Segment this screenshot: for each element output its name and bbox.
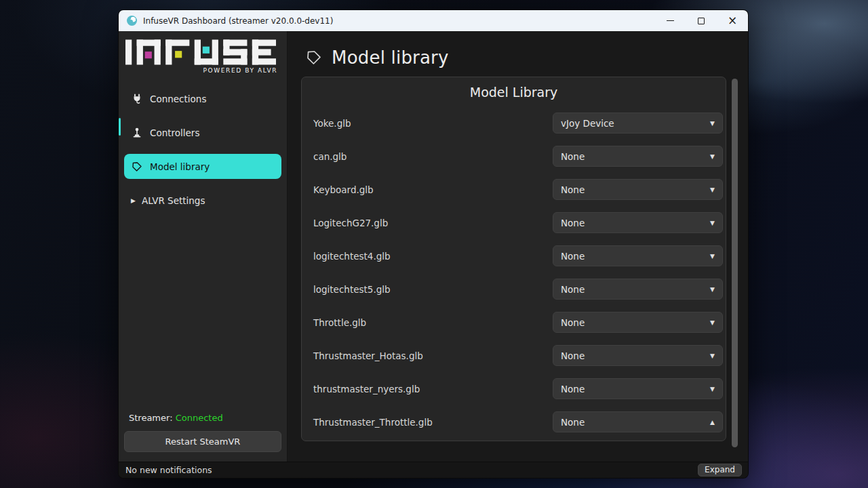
dropdown-arrow-icon: ▼: [710, 319, 715, 326]
notification-message: No new notifications: [125, 465, 212, 475]
model-row: thrustmaster_nyers.glb None ▼: [302, 378, 726, 399]
model-name: logitechtest4.glb: [313, 251, 391, 262]
streamer-status-value: Connected: [176, 413, 223, 423]
app-icon: [127, 16, 137, 26]
dropdown-value: None: [561, 417, 585, 428]
tag-icon: [131, 161, 142, 172]
close-icon: ×: [728, 15, 737, 26]
model-row: Keyboard.glb None ▼: [302, 179, 726, 200]
sidebar-item-label: Model library: [150, 161, 210, 172]
dropdown-value: None: [561, 184, 585, 195]
vertical-scrollbar[interactable]: [732, 79, 738, 447]
notification-bar: No new notifications Expand: [119, 462, 748, 478]
model-row: can.glb None ▼: [302, 146, 726, 167]
maximize-button[interactable]: [686, 10, 717, 31]
dropdown-value: None: [561, 350, 585, 361]
app-window: InfuseVR Dashboard (streamer v20.0.0-dev…: [118, 9, 749, 479]
streamer-status-label: Streamer:: [129, 413, 173, 423]
model-row: logitechtest5.glb None ▼: [302, 279, 726, 300]
sidebar-nav: Connections Controllers: [119, 86, 287, 222]
sidebar: POWERED BY ALVR Connections: [119, 31, 288, 462]
model-name: Thrustmaster_Hotas.glb: [313, 350, 423, 361]
model-dropdown[interactable]: None ▼: [553, 312, 723, 333]
close-button[interactable]: ×: [717, 10, 748, 31]
model-dropdown[interactable]: None ▼: [553, 245, 723, 266]
tag-icon: [306, 49, 322, 66]
maximize-icon: [698, 18, 705, 24]
chevron-right-icon: ▶: [131, 197, 136, 204]
page-title: Model library: [332, 47, 449, 68]
model-name: Thrustmaster_Throttle.glb: [313, 417, 433, 428]
dropdown-arrow-icon: ▼: [710, 186, 715, 193]
sidebar-item-model-library[interactable]: Model library: [124, 154, 281, 179]
model-row: Thrustmaster_Hotas.glb None ▼: [302, 345, 726, 366]
joystick-icon: [131, 127, 142, 138]
model-dropdown[interactable]: None ▼: [553, 212, 723, 233]
model-dropdown[interactable]: None ▼: [553, 345, 723, 366]
main-content: Model library Model Library Yoke.glb vJo…: [288, 31, 748, 462]
model-row: Yoke.glb vJoy Device ▼: [302, 113, 726, 134]
model-name: can.glb: [313, 151, 347, 162]
dropdown-arrow-icon: ▼: [710, 352, 715, 359]
window-controls: ×: [654, 10, 748, 31]
model-name: Throttle.glb: [313, 317, 366, 328]
model-dropdown[interactable]: None ▼: [553, 378, 723, 399]
logo-tagline: POWERED BY ALVR: [125, 67, 277, 74]
model-dropdown[interactable]: None ▲: [553, 411, 723, 432]
page-header: Model library: [288, 31, 748, 68]
panel-title: Model Library: [302, 77, 726, 100]
dropdown-value: None: [561, 151, 585, 162]
model-name: Yoke.glb: [313, 118, 351, 129]
streamer-status: Streamer: Connected: [129, 413, 277, 423]
minimize-button[interactable]: [654, 10, 686, 31]
expand-button[interactable]: Expand: [698, 464, 742, 476]
model-name: Keyboard.glb: [313, 184, 374, 195]
sidebar-item-controllers[interactable]: Controllers: [124, 120, 281, 145]
sidebar-item-label: Connections: [150, 94, 206, 104]
dropdown-arrow-icon: ▼: [710, 286, 715, 293]
dropdown-arrow-icon: ▲: [710, 419, 715, 426]
plug-icon: [131, 93, 142, 104]
model-dropdown[interactable]: None ▼: [553, 279, 723, 300]
model-rows: Yoke.glb vJoy Device ▼ can.glb None ▼ Ke…: [302, 113, 726, 432]
model-dropdown[interactable]: None ▼: [553, 179, 723, 200]
dropdown-arrow-icon: ▼: [710, 386, 715, 392]
dropdown-value: None: [561, 317, 585, 328]
dropdown-arrow-icon: ▼: [710, 120, 715, 127]
dropdown-arrow-icon: ▼: [710, 153, 715, 160]
model-name: logitechtest5.glb: [313, 284, 391, 295]
sidebar-scroll-indicator: [119, 118, 121, 136]
titlebar: InfuseVR Dashboard (streamer v20.0.0-dev…: [119, 10, 748, 31]
dropdown-value: None: [561, 251, 585, 262]
sidebar-item-label: Controllers: [150, 127, 199, 138]
sidebar-item-alvr-settings[interactable]: ▶ ALVR Settings: [124, 188, 281, 213]
dropdown-arrow-icon: ▼: [710, 253, 715, 260]
sidebar-item-label: ALVR Settings: [142, 195, 205, 206]
model-dropdown[interactable]: None ▼: [553, 146, 723, 167]
dropdown-arrow-icon: ▼: [710, 220, 715, 226]
window-title: InfuseVR Dashboard (streamer v20.0.0-dev…: [143, 16, 333, 26]
model-library-panel: Model Library Yoke.glb vJoy Device ▼ can…: [301, 77, 726, 441]
dropdown-value: None: [561, 284, 585, 295]
dropdown-value: vJoy Device: [561, 118, 614, 129]
model-row: LogitechG27.glb None ▼: [302, 212, 726, 233]
model-row: Throttle.glb None ▼: [302, 312, 726, 333]
minimize-icon: [667, 20, 674, 21]
dropdown-value: None: [561, 218, 585, 228]
model-row: logitechtest4.glb None ▼: [302, 245, 726, 266]
infuse-wordmark-icon: [125, 39, 276, 65]
infuse-logo: POWERED BY ALVR: [125, 39, 277, 74]
sidebar-item-connections[interactable]: Connections: [124, 86, 281, 111]
model-name: thrustmaster_nyers.glb: [313, 384, 420, 394]
dropdown-value: None: [561, 384, 585, 394]
model-row: Thrustmaster_Throttle.glb None ▲: [302, 411, 726, 432]
model-name: LogitechG27.glb: [313, 218, 388, 228]
model-dropdown[interactable]: vJoy Device ▼: [553, 113, 723, 134]
restart-steamvr-button[interactable]: Restart SteamVR: [124, 431, 281, 452]
